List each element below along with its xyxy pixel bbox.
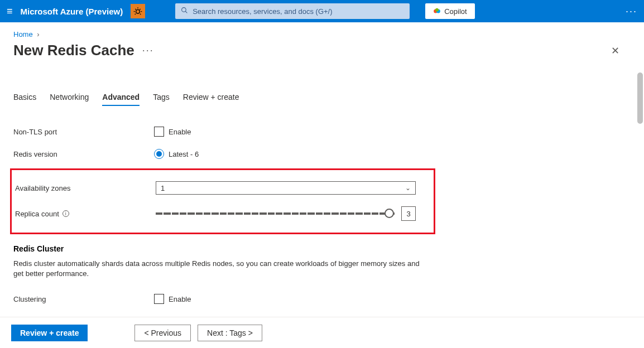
scroll-thumb[interactable] bbox=[637, 72, 643, 124]
redis-version-value: Latest - 6 bbox=[169, 150, 199, 158]
copilot-label: Copilot bbox=[444, 7, 467, 16]
availability-zones-label: Availability zones bbox=[15, 184, 156, 192]
scrollbar[interactable] bbox=[636, 72, 644, 311]
previous-button[interactable]: < Previous bbox=[134, 325, 191, 341]
search-icon bbox=[181, 7, 188, 16]
more-icon[interactable]: ··· bbox=[626, 6, 637, 17]
redis-version-radio[interactable] bbox=[154, 149, 164, 159]
copilot-icon bbox=[433, 7, 441, 15]
search-input[interactable] bbox=[193, 7, 404, 16]
content-pane: Basics Networking Advanced Tags Review +… bbox=[0, 72, 644, 348]
tab-basics[interactable]: Basics bbox=[13, 93, 36, 106]
row-replica-count: Replica count i bbox=[12, 202, 434, 225]
info-icon[interactable]: i bbox=[63, 210, 69, 217]
brand-label: Microsoft Azure (Preview) bbox=[21, 7, 123, 16]
row-clustering: Clustering Enable bbox=[13, 288, 631, 310]
copilot-button[interactable]: Copilot bbox=[425, 3, 474, 19]
breadcrumb-home[interactable]: Home bbox=[13, 30, 33, 38]
tabs: Basics Networking Advanced Tags Review +… bbox=[13, 93, 631, 106]
menu-icon[interactable]: ≡ bbox=[7, 6, 13, 17]
tab-networking[interactable]: Networking bbox=[50, 93, 89, 106]
tab-advanced[interactable]: Advanced bbox=[102, 93, 140, 106]
cluster-description: Redis cluster automatically shards data … bbox=[13, 259, 426, 279]
top-bar: ≡ Microsoft Azure (Preview) Copilot ··· bbox=[0, 0, 644, 22]
clustering-checkbox[interactable] bbox=[154, 294, 164, 304]
breadcrumb: Home › bbox=[0, 22, 644, 38]
replica-slider-thumb[interactable] bbox=[385, 209, 394, 218]
availability-zones-value: 1 bbox=[161, 184, 165, 192]
redis-version-label: Redis version bbox=[13, 150, 154, 158]
close-icon[interactable]: ✕ bbox=[611, 45, 631, 57]
title-row: New Redis Cache ··· ✕ bbox=[0, 38, 644, 59]
replica-count-value[interactable]: 3 bbox=[401, 206, 416, 221]
footer: Review + create < Previous Next : Tags > bbox=[0, 317, 644, 348]
row-availability-zones: Availability zones 1 ⌄ bbox=[12, 177, 434, 199]
tab-tags[interactable]: Tags bbox=[153, 93, 170, 106]
search-box[interactable] bbox=[175, 3, 410, 19]
non-tls-label: Non-TLS port bbox=[13, 128, 154, 136]
svg-point-0 bbox=[136, 9, 140, 13]
page-title: New Redis Cache bbox=[13, 42, 134, 59]
tab-review-create[interactable]: Review + create bbox=[183, 93, 239, 106]
chevron-down-icon: ⌄ bbox=[405, 184, 411, 192]
bug-icon[interactable] bbox=[131, 4, 145, 18]
replica-count-label: Replica count i bbox=[15, 210, 156, 218]
non-tls-enable-label: Enable bbox=[169, 128, 191, 136]
next-button[interactable]: Next : Tags > bbox=[198, 325, 262, 341]
replica-slider[interactable] bbox=[156, 212, 395, 215]
chevron-right-icon: › bbox=[37, 30, 39, 38]
review-create-button[interactable]: Review + create bbox=[11, 325, 88, 341]
clustering-label: Clustering bbox=[13, 295, 154, 303]
row-redis-version: Redis version Latest - 6 bbox=[13, 143, 631, 165]
availability-zones-dropdown[interactable]: 1 ⌄ bbox=[156, 181, 416, 195]
row-non-tls: Non-TLS port Enable bbox=[13, 120, 631, 143]
non-tls-checkbox[interactable] bbox=[154, 127, 164, 137]
svg-point-1 bbox=[182, 8, 186, 12]
clustering-enable-label: Enable bbox=[169, 295, 191, 303]
svg-point-4 bbox=[435, 8, 439, 12]
title-more-icon[interactable]: ··· bbox=[142, 45, 154, 56]
highlight-box: Availability zones 1 ⌄ Replica count i bbox=[10, 168, 435, 234]
cluster-heading: Redis Cluster bbox=[13, 244, 631, 253]
